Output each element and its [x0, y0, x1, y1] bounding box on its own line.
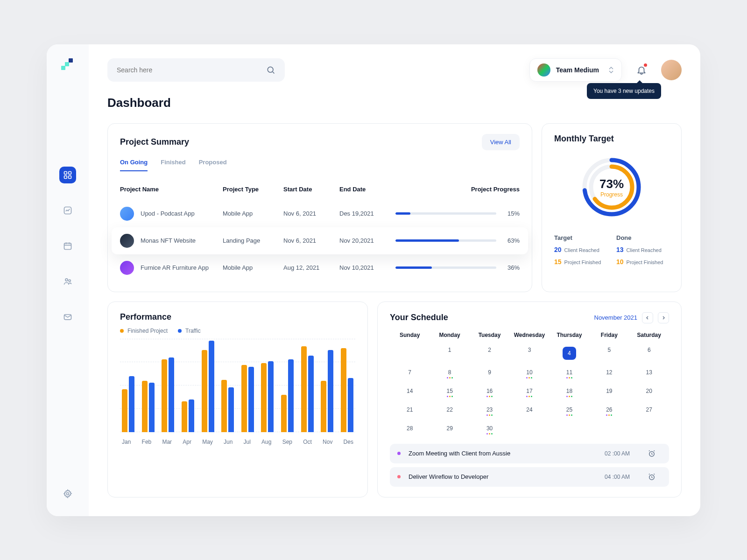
col-start: Start Date: [283, 186, 339, 193]
schedule-event[interactable]: Deliver Wireflow to Developer 04 :00 AM: [390, 467, 669, 487]
event-title: Zoom Meeting with Client from Aussie: [409, 450, 599, 457]
project-name: Furnice AR Furniture App: [141, 264, 209, 271]
search-box[interactable]: [107, 58, 285, 82]
calendar-day[interactable]: 18: [550, 385, 589, 400]
team-chevrons: [608, 66, 614, 74]
calendar-day[interactable]: 6: [629, 344, 669, 363]
calendar-day[interactable]: 15: [430, 385, 469, 400]
progress-bar: [395, 212, 496, 215]
tab-finished[interactable]: Finished: [161, 159, 185, 171]
calendar-day[interactable]: 13: [629, 366, 669, 381]
progress-bar: [395, 266, 496, 269]
nav-analytics[interactable]: [59, 202, 76, 219]
calendar-day[interactable]: 4: [550, 344, 589, 363]
calendar-day[interactable]: 29: [430, 422, 469, 437]
calendar-day[interactable]: 19: [589, 385, 629, 400]
calendar-day[interactable]: 2: [470, 344, 509, 363]
calendar-day[interactable]: 28: [390, 422, 430, 437]
calendar-day[interactable]: 23: [470, 404, 509, 419]
calendar-day[interactable]: 12: [589, 366, 629, 381]
calendar-day[interactable]: 24: [509, 404, 549, 419]
calendar-day[interactable]: 22: [430, 404, 469, 419]
project-start: Aug 12, 2021: [283, 264, 339, 271]
calendar-day[interactable]: 20: [629, 385, 669, 400]
team-avatar: [537, 63, 550, 77]
svg-rect-0: [69, 58, 73, 63]
project-type: Mobile App: [223, 210, 283, 217]
nav-dashboard[interactable]: [59, 167, 76, 183]
nav-calendar[interactable]: [59, 238, 76, 254]
svg-point-9: [65, 279, 68, 281]
sidebar: [47, 44, 89, 516]
progress-percent: 36%: [503, 264, 520, 271]
notification-button[interactable]: [631, 60, 652, 80]
project-table-head: Project Name Project Type Start Date End…: [120, 182, 520, 200]
calendar-day[interactable]: 3: [509, 344, 549, 363]
users-icon: [63, 277, 72, 286]
legend-traffic: Traffic: [178, 328, 201, 334]
event-time: 04 :00 AM: [605, 474, 642, 480]
tab-proposed[interactable]: Proposed: [199, 159, 227, 171]
nav-team[interactable]: [59, 273, 76, 290]
project-start: Nov 6, 2021: [283, 237, 339, 244]
project-name: Upod - Podcast App: [141, 210, 195, 217]
calendar-day[interactable]: 10: [509, 366, 549, 381]
progress-bar: [395, 239, 496, 242]
event-dot-icon: [397, 452, 401, 455]
calendar-day[interactable]: 27: [629, 404, 669, 419]
calendar-day[interactable]: 1: [430, 344, 469, 363]
calendar-day[interactable]: 7: [390, 366, 430, 381]
project-summary-card: Project Summary View All On Going Finish…: [107, 123, 532, 292]
calendar-day[interactable]: 26: [589, 404, 629, 419]
table-row[interactable]: Furnice AR Furniture App Mobile App Aug …: [120, 254, 520, 281]
schedule-title: Your Schedule: [390, 313, 448, 322]
svg-point-13: [268, 67, 273, 72]
calendar-day[interactable]: 14: [390, 385, 430, 400]
search-input[interactable]: [117, 66, 266, 74]
grid-icon: [63, 170, 72, 180]
legend-finished: Finished Project: [120, 328, 168, 334]
clock-icon: [648, 473, 656, 481]
progress-percent: 73%: [599, 176, 624, 191]
calendar-day[interactable]: 11: [550, 366, 589, 381]
performance-card: Performance Finished Project Traffic Jan…: [107, 301, 368, 497]
calendar-day[interactable]: 30: [470, 422, 509, 437]
calendar-day[interactable]: 21: [390, 404, 430, 419]
calendar-day[interactable]: 17: [509, 385, 549, 400]
svg-rect-2: [61, 66, 65, 70]
progress-label: Progress: [599, 191, 624, 197]
user-avatar[interactable]: [661, 60, 682, 80]
calendar-day[interactable]: 8: [430, 366, 469, 381]
table-row[interactable]: Upod - Podcast App Mobile App Nov 6, 202…: [120, 200, 520, 227]
performance-chart: [120, 339, 355, 432]
team-selector[interactable]: Team Medium: [529, 58, 622, 82]
chevron-right-icon: [661, 315, 666, 320]
project-end: Des 19,2021: [339, 210, 395, 217]
view-all-button[interactable]: View All: [482, 134, 520, 150]
monthly-target-title: Monthly Target: [554, 134, 669, 144]
chevron-up-icon: [608, 66, 614, 70]
col-type: Project Type: [223, 186, 283, 193]
notification-badge: [644, 63, 647, 67]
clock-icon: [648, 449, 656, 458]
calendar-day[interactable]: 5: [589, 344, 629, 363]
mail-icon: [63, 312, 72, 322]
tab-ongoing[interactable]: On Going: [120, 159, 148, 171]
calendar-day[interactable]: 25: [550, 404, 589, 419]
svg-rect-3: [64, 171, 67, 174]
monthly-target-card: Monthly Target 73% Progress Ta: [542, 123, 682, 292]
progress-percent: 63%: [503, 237, 520, 244]
event-title: Deliver Wireflow to Developer: [409, 473, 599, 480]
project-type: Landing Page: [223, 237, 283, 244]
nav-messages[interactable]: [59, 308, 76, 325]
nav-settings[interactable]: [59, 485, 76, 502]
table-row[interactable]: Monas NFT Website Landing Page Nov 6, 20…: [112, 227, 528, 254]
schedule-event[interactable]: Zoom Meeting with Client from Aussie 02 …: [390, 444, 669, 463]
calendar-day[interactable]: 9: [470, 366, 509, 381]
calendar-day[interactable]: 16: [470, 385, 509, 400]
target-head: Target: [554, 234, 607, 241]
next-month-button[interactable]: [658, 312, 669, 323]
main-content: Team Medium You have 3 new updates Dashb…: [89, 44, 700, 516]
prev-month-button[interactable]: [642, 312, 653, 323]
notification-wrap: You have 3 new updates: [631, 60, 652, 80]
